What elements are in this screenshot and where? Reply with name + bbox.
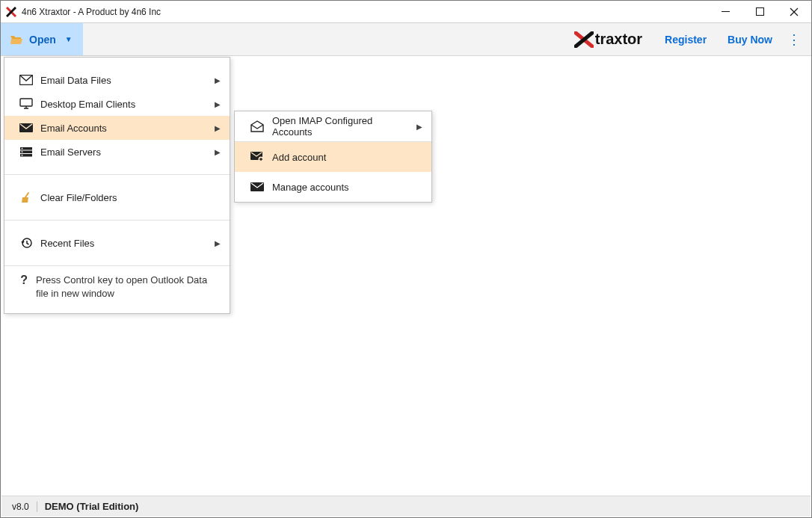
open-dropdown-menu: Email Data Files ▶ Desktop Email Clients… xyxy=(4,57,230,314)
submenu-item-label: Open IMAP Configured Accounts xyxy=(272,115,410,138)
app-logo-icon xyxy=(5,6,17,18)
submenu-item-manage-accounts[interactable]: Manage accounts xyxy=(235,172,431,202)
submenu-item-open-imap[interactable]: Open IMAP Configured Accounts ▶ xyxy=(235,111,431,141)
buy-now-link[interactable]: Buy Now xyxy=(717,23,783,55)
svg-rect-2 xyxy=(20,99,32,106)
desktop-icon xyxy=(18,98,34,110)
brand-logo: traxtor xyxy=(562,23,654,55)
menu-item-label: Desktop Email Clients xyxy=(40,99,215,110)
menu-item-clear-files[interactable]: Clear File/Folders xyxy=(4,185,230,209)
help-icon: ? xyxy=(18,274,30,300)
menu-item-label: Recent Files xyxy=(40,238,215,249)
history-icon xyxy=(18,237,34,249)
submenu-item-add-account[interactable]: Add account xyxy=(235,142,431,172)
edition-label: DEMO (Trial Edition) xyxy=(45,501,139,512)
menu-tip-text: Press Control key to open Outlook Data f… xyxy=(36,274,221,300)
chevron-right-icon: ▶ xyxy=(416,123,422,131)
caret-down-icon: ▼ xyxy=(65,35,73,43)
svg-point-9 xyxy=(22,155,23,156)
title-bar: 4n6 Xtraxtor - A Product by 4n6 Inc xyxy=(1,1,811,23)
menu-item-email-data-files[interactable]: Email Data Files ▶ xyxy=(4,68,230,92)
broom-icon xyxy=(18,191,34,203)
menu-item-label: Email Servers xyxy=(40,147,215,158)
envelope-icon xyxy=(18,123,34,132)
register-link[interactable]: Register xyxy=(654,23,717,55)
svg-point-8 xyxy=(22,151,23,152)
chevron-right-icon: ▶ xyxy=(215,124,221,132)
more-menu-button[interactable]: ⋮ xyxy=(783,23,805,55)
svg-rect-0 xyxy=(756,8,763,16)
open-label: Open xyxy=(29,34,56,46)
menu-item-email-accounts[interactable]: Email Accounts ▶ xyxy=(4,116,230,140)
chevron-right-icon: ▶ xyxy=(215,76,221,84)
menu-item-label: Email Accounts xyxy=(40,123,215,134)
version-label: v8.0 xyxy=(12,502,29,512)
submenu-item-label: Manage accounts xyxy=(272,182,422,193)
chevron-right-icon: ▶ xyxy=(215,148,221,156)
minimize-button[interactable] xyxy=(708,1,742,23)
mail-icon xyxy=(18,75,34,85)
submenu-item-label: Add account xyxy=(272,152,422,163)
maximize-button[interactable] xyxy=(742,1,777,23)
open-menu-button[interactable]: Open ▼ xyxy=(1,23,83,55)
email-accounts-submenu: Open IMAP Configured Accounts ▶ Add acco… xyxy=(234,111,432,203)
menu-item-label: Clear File/Folders xyxy=(40,192,221,203)
mail-open-icon xyxy=(248,120,266,132)
menu-item-email-servers[interactable]: Email Servers ▶ xyxy=(4,140,230,164)
mail-gear-icon xyxy=(248,182,266,191)
brand-text: traxtor xyxy=(595,31,642,48)
status-separator xyxy=(37,502,37,512)
folder-open-icon xyxy=(10,34,23,46)
window-title: 4n6 Xtraxtor - A Product by 4n6 Inc xyxy=(22,7,161,17)
mail-plus-icon xyxy=(248,152,266,162)
menu-item-desktop-email-clients[interactable]: Desktop Email Clients ▶ xyxy=(4,92,230,116)
menu-tip: ? Press Control key to open Outlook Data… xyxy=(4,266,230,313)
status-bar: v8.0 DEMO (Trial Edition) xyxy=(1,496,811,517)
close-button[interactable] xyxy=(777,1,811,23)
menu-item-recent-files[interactable]: Recent Files ▶ xyxy=(4,231,230,255)
svg-point-7 xyxy=(22,148,23,149)
main-toolbar: Open ▼ traxtor Register Buy Now ⋮ xyxy=(1,23,811,56)
server-icon xyxy=(18,147,34,157)
chevron-right-icon: ▶ xyxy=(215,239,221,247)
menu-item-label: Email Data Files xyxy=(40,75,215,86)
chevron-right-icon: ▶ xyxy=(215,100,221,108)
